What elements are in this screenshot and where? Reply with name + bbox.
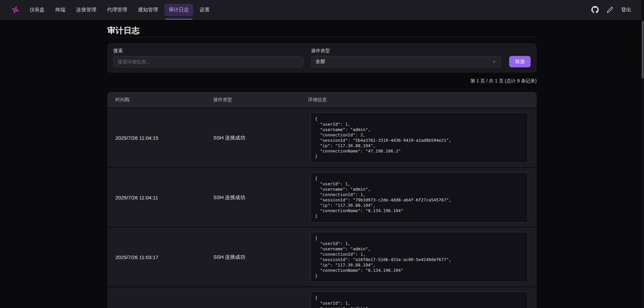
table-row: 2025/7/26 11:04:11 SSH 连接成功 { "userId": …: [107, 167, 537, 227]
nav-item-agents[interactable]: 代理管理: [103, 4, 131, 16]
operation-type-cell: SSH 连接成功: [213, 194, 308, 201]
operation-type-select[interactable]: 全部: [311, 56, 501, 67]
search-group: 搜索: [113, 48, 303, 67]
paintbrush-icon[interactable]: [607, 7, 613, 13]
details-cell: { "userId": 1, "username": "admin", "con…: [308, 108, 537, 167]
column-header-operation-type: 操作类型: [213, 92, 308, 108]
chevron-down-icon: [492, 59, 497, 64]
details-json: { "userId": 1, "username": "admin", "con…: [311, 232, 528, 282]
table-body: 2025/7/26 11:04:15 SSH 连接成功 { "userId": …: [107, 108, 537, 308]
details-cell: { "userId": 1, "username": "admin", "con…: [308, 228, 537, 287]
operation-type-cell: SSH 连接成功: [213, 254, 308, 260]
nav-item-terminal[interactable]: 终端: [51, 4, 70, 16]
details-json: { "userId": 1, "username": "admin", "con…: [311, 113, 528, 163]
timestamp-cell: 2025/7/26 11:03:17: [107, 254, 213, 260]
table-header-row: 时间戳 操作类型 详细信息: [107, 92, 537, 108]
search-label: 搜索: [113, 48, 303, 54]
nav-right: 登出: [591, 6, 631, 13]
title-divider: [107, 37, 537, 37]
pagination-status: 第 1 页 / 共 1 页 (总计 9 条记录): [107, 78, 537, 84]
column-header-details: 详细信息: [308, 92, 537, 108]
operation-type-label: 操作类型: [311, 48, 501, 54]
operation-type-cell: SSH 连接成功: [213, 135, 308, 141]
search-input[interactable]: [113, 56, 303, 67]
top-nav: 仪表盘终端连接管理代理管理通知管理审计日志设置 登出: [0, 0, 644, 20]
details-cell: { "userId": 1, "username": "admin",: [308, 287, 537, 308]
nav-item-audit-log[interactable]: 审计日志: [164, 4, 193, 16]
operation-type-selected-value: 全部: [316, 59, 325, 65]
operation-type-group: 操作类型 全部: [311, 48, 501, 67]
timestamp-cell: 2025/7/26 11:04:11: [107, 195, 213, 200]
column-header-timestamp: 时间戳: [107, 92, 213, 108]
nav-item-connections[interactable]: 连接管理: [72, 4, 101, 16]
table-row: 2025/7/26 11:04:15 SSH 连接成功 { "userId": …: [107, 108, 537, 167]
details-cell: { "userId": 1, "username": "admin", "con…: [308, 168, 537, 227]
details-json: { "userId": 1, "username": "admin", "con…: [311, 172, 528, 223]
github-icon[interactable]: [591, 6, 599, 13]
filter-button[interactable]: 筛选: [509, 56, 531, 67]
table-row: { "userId": 1, "username": "admin",: [107, 287, 537, 308]
audit-log-table: 时间戳 操作类型 详细信息 2025/7/26 11:04:15 SSH 连接成…: [107, 92, 537, 308]
main-content: 审计日志 搜索 操作类型 全部 筛选 第 1 页 / 共 1 页 (总计 9 条…: [107, 20, 537, 308]
details-json: { "userId": 1, "username": "admin",: [311, 292, 528, 308]
app-logo-icon[interactable]: [11, 5, 20, 14]
nav-item-settings[interactable]: 设置: [195, 4, 214, 16]
nav-item-dashboard[interactable]: 仪表盘: [25, 4, 49, 16]
page-title: 审计日志: [107, 26, 537, 35]
logout-button[interactable]: 登出: [621, 7, 631, 13]
scrollbar-thumb[interactable]: [642, 21, 644, 78]
nav-items: 仪表盘终端连接管理代理管理通知管理审计日志设置: [25, 0, 214, 19]
filter-card: 搜索 操作类型 全部 筛选: [107, 43, 537, 73]
nav-item-notifications[interactable]: 通知管理: [133, 4, 162, 16]
nav-left: 仪表盘终端连接管理代理管理通知管理审计日志设置: [11, 0, 214, 19]
timestamp-cell: 2025/7/26 11:04:15: [107, 135, 213, 141]
table-row: 2025/7/26 11:03:17 SSH 连接成功 { "userId": …: [107, 227, 537, 287]
